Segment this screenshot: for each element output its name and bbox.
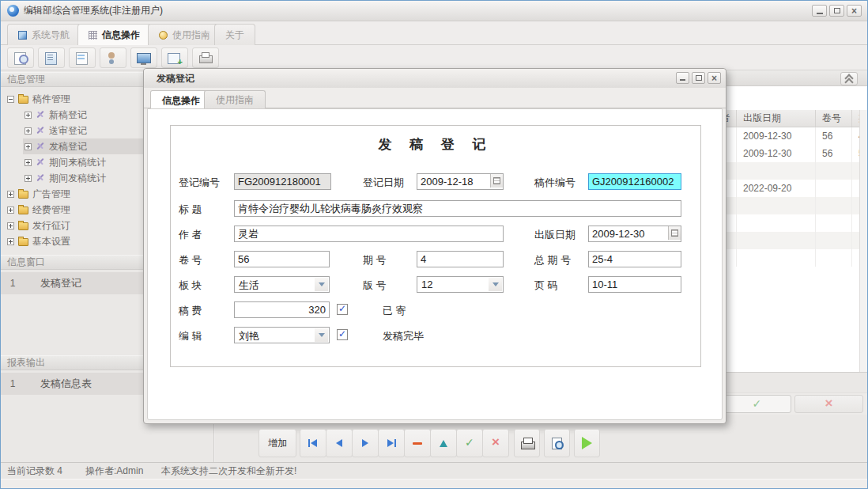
- dialog-maximize-button[interactable]: [692, 72, 705, 84]
- table-cell: [737, 232, 816, 249]
- dialog-nav-next-button[interactable]: [352, 429, 379, 457]
- folder-icon: [18, 207, 28, 214]
- close-icon: ×: [711, 73, 717, 84]
- folder-icon: [18, 191, 28, 199]
- tree-item-label: 新稿登记: [49, 108, 87, 122]
- app-logo-icon: [7, 5, 19, 17]
- expand-plus-icon[interactable]: [7, 191, 14, 198]
- dialog-tab-guide[interactable]: 使用指南: [204, 90, 266, 109]
- item-label: 发稿信息表: [40, 377, 92, 391]
- print-button[interactable]: [514, 429, 540, 457]
- last-icon: [385, 438, 398, 448]
- pub-date-calendar-button[interactable]: [668, 226, 681, 240]
- add-button-label: 增加: [268, 437, 287, 450]
- volume-field[interactable]: [234, 251, 330, 267]
- author-label: 作 者: [179, 228, 202, 242]
- editor-combo[interactable]: 刘艳: [234, 327, 330, 343]
- maximize-icon: [696, 75, 702, 81]
- item-label: 发稿登记: [40, 276, 81, 290]
- toolbar-printer-button[interactable]: [192, 47, 219, 68]
- toolbar-monitor-button[interactable]: [130, 47, 157, 68]
- tree-item-label: 发行征订: [32, 219, 70, 233]
- expand-plus-icon[interactable]: [7, 238, 14, 245]
- tree-item-label: 基本设置: [32, 235, 70, 248]
- chevron-down-icon[interactable]: [315, 278, 328, 291]
- table-cell: 5: [852, 145, 859, 162]
- print-preview-button[interactable]: [544, 429, 570, 457]
- dialog-nav-first-button[interactable]: [300, 429, 326, 457]
- reg-no-label: 登记编号: [179, 176, 220, 190]
- dialog-minimize-button[interactable]: [676, 72, 689, 84]
- chevron-down-icon[interactable]: [489, 278, 502, 291]
- table-cell: [737, 249, 816, 267]
- main-tabstrip: 系统导航 信息操作 使用指南 关于: [1, 21, 867, 45]
- table-cell: [852, 232, 859, 249]
- fee-sent-checkbox[interactable]: [337, 304, 348, 315]
- title-field[interactable]: [234, 200, 681, 217]
- dialog-tabstrip: 信息操作 使用指南: [144, 88, 726, 108]
- dialog-tab-info-ops[interactable]: 信息操作: [150, 90, 212, 110]
- toolbar-user-button[interactable]: [100, 47, 126, 68]
- chevron-down-icon[interactable]: [315, 328, 328, 342]
- reg-no-field[interactable]: [234, 173, 331, 190]
- expand-plus-icon[interactable]: [25, 143, 32, 150]
- icon-toolbar: [1, 46, 867, 70]
- tab-system-nav[interactable]: 系统导航: [7, 24, 81, 45]
- dialog-nav-edit-button[interactable]: [430, 429, 457, 457]
- dialog-close-button[interactable]: ×: [708, 72, 721, 84]
- dialog-nav-cancel-button[interactable]: [482, 429, 509, 457]
- toolbar-newwin-button[interactable]: [161, 47, 188, 68]
- author-field[interactable]: [234, 226, 504, 242]
- recordnav-confirm-button[interactable]: [723, 395, 791, 413]
- expand-plus-icon[interactable]: [7, 222, 14, 229]
- tree-item-label: 发稿登记: [49, 140, 87, 154]
- collapse-panel-button[interactable]: [840, 72, 858, 85]
- close-button[interactable]: ×: [847, 5, 862, 17]
- fee-field[interactable]: [234, 301, 330, 318]
- expand-plus-icon[interactable]: [25, 112, 32, 119]
- tree-item-label: 期间来稿统计: [49, 156, 106, 169]
- run-button[interactable]: [574, 429, 600, 457]
- issue-field[interactable]: [417, 251, 504, 267]
- expand-plus-icon[interactable]: [25, 159, 32, 166]
- reg-date-label: 登记日期: [363, 176, 404, 190]
- dialog-nav-last-button[interactable]: [378, 429, 405, 457]
- pages-field[interactable]: [588, 276, 681, 293]
- expand-plus-icon[interactable]: [25, 127, 32, 135]
- dialog-nav-confirm-button[interactable]: [456, 429, 483, 457]
- cancel-icon: [823, 400, 836, 409]
- minimize-button[interactable]: [812, 5, 827, 17]
- toolbar-form-button[interactable]: [38, 47, 65, 68]
- toolbar-search-button[interactable]: [7, 47, 34, 68]
- section-combo[interactable]: 生活: [234, 276, 330, 293]
- collapse-minus-icon[interactable]: [7, 96, 14, 103]
- total-issue-field[interactable]: [588, 251, 681, 267]
- grid-scrollbar[interactable]: [859, 110, 867, 372]
- expand-plus-icon[interactable]: [25, 175, 32, 182]
- edition-combo[interactable]: 12: [417, 276, 504, 293]
- tab-guide[interactable]: 使用指南: [148, 24, 221, 45]
- tool-icon: [36, 110, 45, 119]
- table-cell: 4: [852, 127, 859, 145]
- recordnav-cancel-button[interactable]: [794, 395, 863, 413]
- toolbar-document-button[interactable]: [69, 47, 96, 68]
- tab-info-ops[interactable]: 信息操作: [77, 24, 151, 45]
- dialog-nav-remove-button[interactable]: [404, 429, 431, 457]
- dialog-nav-prev-button[interactable]: [326, 429, 353, 457]
- reg-date-calendar-button[interactable]: [490, 174, 503, 188]
- table-cell: [816, 214, 852, 232]
- dialog-titlebar[interactable]: 发稿登记: [144, 69, 726, 88]
- published-checkbox[interactable]: [337, 329, 348, 340]
- add-record-button[interactable]: 增加: [259, 429, 296, 457]
- table-cell: [816, 180, 852, 197]
- issue-label: 期 号: [363, 253, 387, 267]
- restore-button[interactable]: [829, 5, 844, 17]
- statusbar-strip: [1, 479, 867, 488]
- document-icon: [74, 51, 90, 65]
- folder-icon: [18, 238, 28, 246]
- prev-icon: [333, 438, 345, 448]
- ms-no-field[interactable]: [588, 173, 681, 190]
- table-cell: [816, 249, 852, 267]
- expand-plus-icon[interactable]: [7, 207, 14, 214]
- tab-about[interactable]: 关于: [214, 24, 255, 45]
